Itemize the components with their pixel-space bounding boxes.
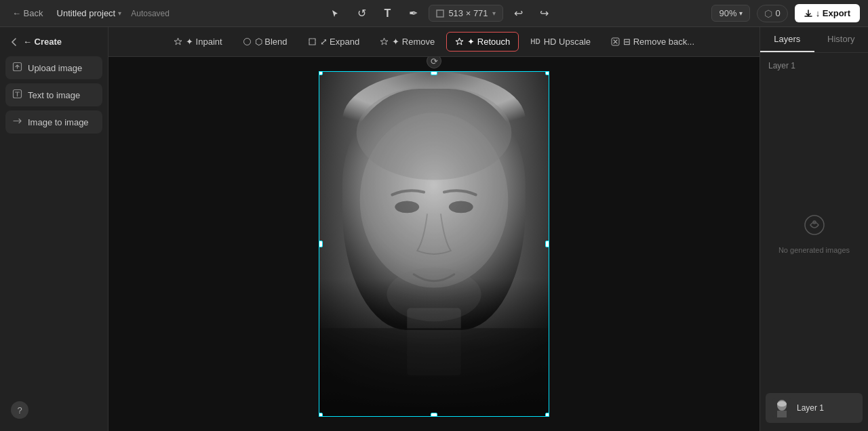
rotate-left-icon: ↺ — [357, 7, 366, 20]
text-tool-button[interactable]: T — [377, 3, 397, 24]
back-button[interactable]: ← Back — [8, 5, 47, 21]
pen-tool-icon: ✒ — [409, 7, 418, 20]
help-button[interactable]: ? — [11, 401, 28, 419]
autosaved-label: Autosaved — [131, 9, 170, 18]
text-to-image-icon — [12, 89, 22, 101]
sidebar-header[interactable]: ← Create — [5, 34, 102, 52]
handle-bottom-left[interactable] — [319, 413, 323, 417]
handle-bottom-mid[interactable] — [431, 413, 437, 417]
sidebar-left: ← Create Upload image Text to image Imag… — [0, 27, 108, 431]
handle-top-mid[interactable] — [431, 71, 437, 75]
svg-point-12 — [805, 216, 824, 234]
topbar-left: ← Back Untitled project ▾ Autosaved — [8, 5, 170, 21]
expand-button[interactable]: ⤢ Expand — [299, 32, 369, 52]
dimension-selector[interactable]: 513 × 771 ▾ — [429, 5, 502, 22]
inpaint-button[interactable]: ✦ Inpaint — [165, 32, 231, 52]
canvas-wrapper[interactable]: ⟳ — [108, 57, 760, 431]
undo-button[interactable]: ↩ — [509, 3, 529, 24]
layer-section-label: Layer 1 — [760, 58, 868, 76]
dimension-chevron-icon: ▾ — [492, 9, 496, 17]
layers-tab-label: Layers — [774, 34, 800, 44]
inpaint-label: ✦ Inpaint — [186, 37, 222, 47]
credits-icon: ⬡ — [764, 8, 772, 19]
expand-icon — [308, 37, 317, 46]
zoom-value: 90% — [719, 8, 736, 18]
blend-button[interactable]: ⬡ Blend — [234, 32, 296, 52]
svg-point-6 — [357, 85, 512, 180]
no-images-area: No generated images — [760, 76, 868, 390]
edit-toolbar: ✦ Inpaint ⬡ Blend ⤢ Expand ✦ Remove ✦ Re… — [108, 27, 760, 57]
svg-rect-11 — [319, 328, 549, 415]
text-to-image-label: Text to image — [28, 90, 80, 100]
zoom-selector[interactable]: 90% ▾ — [711, 5, 750, 22]
export-label: ↓ Export — [816, 8, 850, 18]
remove-icon — [380, 37, 389, 46]
svg-rect-17 — [777, 411, 787, 417]
text-tool-icon: T — [384, 7, 391, 20]
svg-point-16 — [777, 401, 787, 407]
handle-mid-left[interactable] — [319, 241, 323, 247]
history-tab-label: History — [827, 34, 854, 44]
upload-image-label: Upload image — [28, 63, 82, 73]
canvas-image[interactable] — [319, 71, 549, 417]
project-name[interactable]: Untitled project ▾ — [53, 5, 126, 21]
handle-mid-right[interactable] — [545, 241, 549, 247]
canvas-content: ⟳ — [319, 71, 549, 417]
pen-tool-button[interactable]: ✒ — [403, 3, 423, 24]
sidebar-create-label: ← Create — [23, 37, 62, 47]
remove-background-button[interactable]: ⊟ Remove back... — [602, 32, 703, 52]
blend-label: ⬡ Blend — [255, 37, 288, 47]
layer-item[interactable]: Layer 1 — [766, 393, 863, 423]
layers-section: Layer 1 No generated images — [760, 53, 868, 431]
help-icon: ? — [17, 405, 22, 415]
credits-display: ⬡ 0 — [757, 5, 787, 22]
canvas-refresh-button[interactable]: ⟳ — [427, 57, 441, 68]
expand-label: ⤢ Expand — [320, 37, 360, 47]
no-images-text: No generated images — [778, 246, 850, 254]
sidebar-footer: ? — [5, 396, 102, 424]
remove-label: ✦ Remove — [392, 37, 435, 47]
sidebar-item-upload-image[interactable]: Upload image — [5, 56, 102, 79]
topbar-center: ↺ T ✒ 513 × 771 ▾ ↩ ↪ — [175, 3, 705, 24]
svg-point-3 — [243, 39, 250, 45]
redo-icon: ↪ — [540, 7, 549, 20]
hd-badge: HD — [530, 38, 540, 45]
handle-top-left[interactable] — [319, 71, 323, 75]
canvas-area: ✦ Inpaint ⬡ Blend ⤢ Expand ✦ Remove ✦ Re… — [108, 27, 760, 431]
rotate-left-button[interactable]: ↺ — [351, 3, 372, 24]
handle-bottom-right[interactable] — [545, 413, 549, 417]
sidebar-item-image-to-image[interactable]: Image to image — [5, 110, 102, 134]
remove-bg-icon — [611, 37, 620, 46]
topbar: ← Back Untitled project ▾ Autosaved ↺ T … — [0, 0, 868, 27]
retouch-label: ✦ Retouch — [467, 37, 510, 47]
remove-bg-label: ⊟ Remove back... — [623, 37, 694, 47]
credits-count: 0 — [775, 8, 780, 18]
sidebar-item-text-to-image[interactable]: Text to image — [5, 83, 102, 106]
retouch-button[interactable]: ✦ Retouch — [446, 32, 519, 52]
layer-item-name: Layer 1 — [797, 403, 824, 413]
select-tool-button[interactable] — [326, 3, 346, 24]
tab-history[interactable]: History — [814, 27, 869, 52]
svg-point-8 — [449, 201, 473, 213]
no-images-icon — [802, 213, 827, 242]
portrait-detail-svg — [319, 72, 549, 416]
create-back-icon — [9, 37, 19, 47]
undo-icon: ↩ — [514, 7, 523, 20]
blend-icon — [243, 37, 252, 46]
project-title: Untitled project — [57, 8, 116, 18]
project-dropdown-icon: ▾ — [118, 9, 121, 17]
export-button[interactable]: ↓ Export — [795, 4, 860, 22]
hd-upscale-button[interactable]: HD HD Upscale — [521, 32, 599, 52]
layer-thumbnail — [772, 398, 791, 417]
tab-layers[interactable]: Layers — [760, 27, 814, 52]
handle-top-right[interactable] — [545, 71, 549, 75]
retouch-icon — [455, 37, 464, 46]
zoom-chevron-icon: ▾ — [739, 9, 743, 17]
redo-button[interactable]: ↪ — [534, 3, 555, 24]
remove-button[interactable]: ✦ Remove — [371, 32, 443, 52]
topbar-right: 90% ▾ ⬡ 0 ↓ Export — [711, 4, 860, 22]
inpaint-icon — [174, 37, 182, 46]
right-tabs: Layers History — [760, 27, 868, 53]
dimension-icon — [436, 9, 444, 18]
sidebar-right: Layers History Layer 1 No generated imag… — [760, 27, 868, 431]
